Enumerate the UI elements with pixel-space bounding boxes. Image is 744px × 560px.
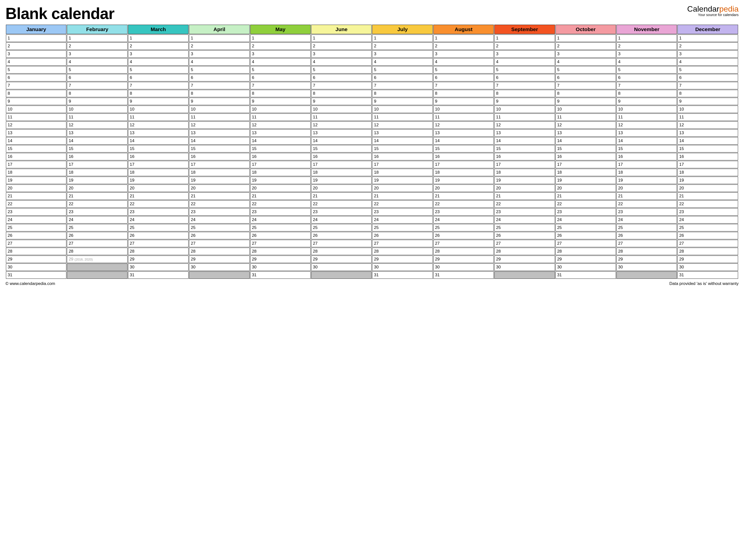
header: Blank calendar Calendarpedia Your source… <box>5 4 739 23</box>
day-cell: 8 <box>677 90 738 97</box>
day-cell: 12 <box>250 121 311 129</box>
day-cell: 27 <box>189 240 250 247</box>
day-cell: 8 <box>555 90 616 97</box>
day-cell: 4 <box>311 58 372 66</box>
day-cell: 17 <box>6 161 66 168</box>
day-cell: 16 <box>189 153 250 160</box>
day-cell: 14 <box>250 137 311 145</box>
day-cell: 9 <box>128 98 189 105</box>
day-cell: 1 <box>494 35 555 42</box>
day-cell: 28 <box>617 248 677 255</box>
day-cell: 7 <box>433 82 494 89</box>
day-cell: 8 <box>189 90 250 97</box>
day-cell: 28 <box>494 248 555 255</box>
day-cell: 2 <box>555 42 616 50</box>
day-cell: 20 <box>311 185 372 192</box>
day-cell: 24 <box>67 216 127 224</box>
day-cell: 11 <box>6 113 66 121</box>
day-cell: 5 <box>6 66 66 74</box>
day-cell: 21 <box>555 192 616 200</box>
month-header: April <box>189 25 250 34</box>
day-cell: 18 <box>128 169 189 176</box>
day-cell: 23 <box>189 208 250 216</box>
day-cell: 7 <box>311 82 372 89</box>
day-cell: 20 <box>372 185 433 192</box>
day-cell: 12 <box>189 121 250 129</box>
day-cell: 13 <box>372 129 433 137</box>
day-cell: 30 <box>617 263 677 271</box>
day-cell: 26 <box>433 232 494 239</box>
day-cell: 5 <box>433 66 494 74</box>
day-cell: 26 <box>6 232 66 239</box>
day-cell: 10 <box>6 106 66 113</box>
day-cell: 3 <box>372 50 433 58</box>
day-cell: 3 <box>6 50 66 58</box>
day-cell: 16 <box>250 153 311 160</box>
day-cell: 23 <box>67 208 127 216</box>
day-cell: 14 <box>494 137 555 145</box>
day-cell: 17 <box>250 161 311 168</box>
day-cell: 28 <box>189 248 250 255</box>
day-cell: 30 <box>433 263 494 271</box>
day-cell: 19 <box>311 177 372 184</box>
day-cell: 23 <box>6 208 66 216</box>
day-cell: 28 <box>6 248 66 255</box>
logo-part2: pedia <box>719 4 739 13</box>
day-cell: 8 <box>6 90 66 97</box>
day-cell: 18 <box>677 169 738 176</box>
day-cell: 27 <box>67 240 127 247</box>
day-cell: 10 <box>67 106 127 113</box>
day-cell: 30 <box>250 263 311 271</box>
day-cell: 4 <box>189 58 250 66</box>
day-cell: 2 <box>67 42 127 50</box>
day-cell: 20 <box>128 185 189 192</box>
day-row: 212121212121212121212121 <box>6 192 738 200</box>
day-cell: 21 <box>617 192 677 200</box>
day-row: 232323232323232323232323 <box>6 208 738 216</box>
day-cell: 10 <box>250 106 311 113</box>
day-cell: 3 <box>128 50 189 58</box>
day-cell: 31 <box>677 271 738 279</box>
day-cell: 23 <box>555 208 616 216</box>
day-cell: 5 <box>128 66 189 74</box>
day-cell: 22 <box>189 200 250 208</box>
day-cell: 17 <box>189 161 250 168</box>
day-cell: 12 <box>433 121 494 129</box>
day-cell: 4 <box>372 58 433 66</box>
day-row: 252525252525252525252525 <box>6 224 738 231</box>
logo-tagline: Your source for calendars <box>687 13 739 17</box>
day-cell: 1 <box>250 35 311 42</box>
day-cell: 8 <box>311 90 372 97</box>
day-cell: 20 <box>433 185 494 192</box>
day-cell: 25 <box>617 224 677 231</box>
day-cell: 7 <box>128 82 189 89</box>
day-cell: 9 <box>189 98 250 105</box>
day-cell: 12 <box>677 121 738 129</box>
day-cell: 27 <box>433 240 494 247</box>
day-cell: 31 <box>433 271 494 279</box>
day-cell: 27 <box>372 240 433 247</box>
day-cell: 3 <box>617 50 677 58</box>
day-cell: 5 <box>189 66 250 74</box>
day-cell: 15 <box>372 145 433 152</box>
day-cell: 2 <box>311 42 372 50</box>
day-cell: 15 <box>6 145 66 152</box>
month-header: January <box>6 25 66 34</box>
day-cell: 17 <box>128 161 189 168</box>
day-cell: 29 <box>677 256 738 263</box>
day-cell: 17 <box>555 161 616 168</box>
day-cell: 28 <box>311 248 372 255</box>
day-cell: 12 <box>128 121 189 129</box>
day-cell: 9 <box>617 98 677 105</box>
day-cell: 7 <box>67 82 127 89</box>
day-cell: 23 <box>677 208 738 216</box>
day-cell: 10 <box>189 106 250 113</box>
day-cell: 5 <box>67 66 127 74</box>
day-row: 141414141414141414141414 <box>6 137 738 145</box>
day-cell: 9 <box>494 98 555 105</box>
day-cell: 29 <box>250 256 311 263</box>
day-cell: 30 <box>372 263 433 271</box>
day-cell: 19 <box>372 177 433 184</box>
day-cell: 25 <box>6 224 66 231</box>
day-row: 777777777777 <box>6 82 738 89</box>
